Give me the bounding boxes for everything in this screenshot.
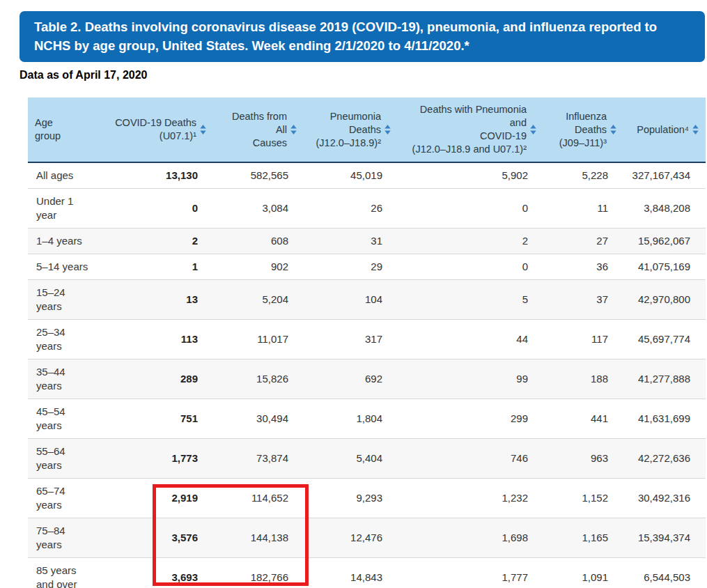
- column-header-label: Population⁴: [637, 123, 689, 137]
- cell-age-group: 45–54 years: [28, 399, 95, 439]
- cell-population: 3,848,208: [623, 189, 706, 229]
- cell-all-causes-deaths: 15,826: [213, 359, 304, 399]
- cell-pneumonia-and-covid19-deaths: 746: [398, 439, 543, 479]
- cell-influenza-deaths: 117: [543, 320, 623, 359]
- cell-covid19-deaths: 289: [95, 359, 213, 399]
- table-title-banner: Table 2. Deaths involving coronavirus di…: [20, 11, 705, 62]
- cell-all-causes-deaths: 902: [213, 254, 304, 280]
- cell-population: 15,962,067: [623, 229, 706, 254]
- cell-all-causes-deaths: 11,017: [213, 320, 304, 359]
- cell-population: 6,544,503: [623, 558, 706, 588]
- cell-pneumonia-deaths: 317: [304, 320, 398, 359]
- cell-influenza-deaths: 37: [543, 280, 623, 320]
- cell-population: 30,492,316: [623, 479, 706, 518]
- cell-age-group: Under 1 year: [28, 189, 95, 229]
- cell-covid19-deaths: 113: [95, 320, 213, 359]
- cell-pneumonia-deaths: 12,476: [304, 518, 398, 558]
- column-header-all-causes-deaths[interactable]: Deaths from AllCauses: [213, 98, 304, 162]
- column-header-label: PneumoniaDeaths(J12.0–J18.9)²: [316, 110, 382, 150]
- table-row: 75–84 years3,576144,13812,4761,6981,1651…: [28, 518, 706, 558]
- cell-population: 327,167,434: [623, 162, 706, 189]
- column-header-label: Deaths with Pneumonia andCOVID-19(J12.0–…: [405, 103, 527, 156]
- cell-influenza-deaths: 11: [543, 189, 623, 229]
- cell-influenza-deaths: 441: [543, 399, 623, 439]
- cell-all-causes-deaths: 30,494: [213, 399, 304, 439]
- data-as-of-label: Data as of April 17, 2020: [20, 69, 148, 82]
- cell-age-group: 15–24 years: [28, 280, 95, 320]
- cell-all-causes-deaths: 144,138: [213, 518, 304, 558]
- cell-pneumonia-deaths: 26: [304, 189, 398, 229]
- cell-all-causes-deaths: 5,204: [213, 280, 304, 320]
- sort-icon: [692, 125, 699, 134]
- cell-pneumonia-deaths: 104: [304, 280, 398, 320]
- column-header-covid19-deaths[interactable]: COVID-19 Deaths(U07.1)¹: [95, 98, 213, 162]
- cell-pneumonia-and-covid19-deaths: 0: [398, 189, 543, 229]
- cell-influenza-deaths: 36: [543, 254, 623, 280]
- page: Table 2. Deaths involving coronavirus di…: [0, 0, 707, 588]
- cell-population: 42,272,636: [623, 439, 706, 479]
- cell-pneumonia-deaths: 31: [304, 229, 398, 254]
- cell-covid19-deaths: 2,919: [95, 479, 213, 518]
- cell-pneumonia-deaths: 29: [304, 254, 398, 280]
- column-header-pneumonia-and-covid19-deaths[interactable]: Deaths with Pneumonia andCOVID-19(J12.0–…: [398, 98, 543, 162]
- cell-pneumonia-and-covid19-deaths: 44: [398, 320, 543, 359]
- cell-pneumonia-and-covid19-deaths: 5,902: [398, 162, 543, 189]
- table-row: All ages13,130582,56545,0195,9025,228327…: [28, 162, 706, 189]
- cell-population: 41,631,699: [623, 399, 706, 439]
- cell-pneumonia-and-covid19-deaths: 2: [398, 229, 543, 254]
- cell-population: 15,394,374: [623, 518, 706, 558]
- column-header-population[interactable]: Population⁴: [623, 98, 706, 162]
- cell-population: 41,075,169: [623, 254, 706, 280]
- cell-age-group: 75–84 years: [28, 518, 95, 558]
- cell-covid19-deaths: 13,130: [95, 162, 213, 189]
- sort-icon: [384, 125, 391, 134]
- cell-covid19-deaths: 1: [95, 254, 213, 280]
- table-row: 1–4 years26083122715,962,067: [28, 229, 706, 254]
- sort-icon: [530, 125, 536, 134]
- cell-pneumonia-deaths: 692: [304, 359, 398, 399]
- cell-influenza-deaths: 1,152: [543, 479, 623, 518]
- table-row: 35–44 years28915,8266929918841,277,888: [28, 359, 706, 399]
- cell-pneumonia-deaths: 14,843: [304, 558, 398, 588]
- cell-age-group: 55–64 years: [28, 439, 95, 479]
- cell-covid19-deaths: 1,773: [95, 439, 213, 479]
- cell-covid19-deaths: 2: [95, 229, 213, 254]
- table-row: Under 1 year03,084260113,848,208: [28, 189, 706, 229]
- cell-influenza-deaths: 27: [543, 229, 623, 254]
- table-row: 55–64 years1,77373,8745,40474696342,272,…: [28, 439, 706, 479]
- table-wrap: AgegroupCOVID-19 Deaths(U07.1)¹Deaths fr…: [28, 98, 706, 588]
- cell-covid19-deaths: 3,576: [95, 518, 213, 558]
- column-header-influenza-deaths[interactable]: InfluenzaDeaths(J09–J11)³: [543, 98, 623, 162]
- cell-age-group: 65–74 years: [28, 479, 95, 518]
- table-row: 45–54 years75130,4941,80429944141,631,69…: [28, 399, 706, 439]
- cell-population: 42,970,800: [623, 280, 706, 320]
- cell-influenza-deaths: 5,228: [543, 162, 623, 189]
- cell-all-causes-deaths: 3,084: [213, 189, 304, 229]
- column-header-label: Agegroup: [35, 116, 61, 143]
- cell-all-causes-deaths: 182,766: [213, 558, 304, 588]
- column-header-age-group: Agegroup: [28, 98, 95, 162]
- sort-icon: [200, 125, 206, 134]
- table-header: AgegroupCOVID-19 Deaths(U07.1)¹Deaths fr…: [28, 98, 706, 162]
- cell-all-causes-deaths: 608: [213, 229, 304, 254]
- table-row: 65–74 years2,919114,6529,2931,2321,15230…: [28, 479, 706, 518]
- sort-icon: [290, 125, 297, 134]
- cell-influenza-deaths: 188: [543, 359, 623, 399]
- table-row: 25–34 years11311,0173174411745,697,774: [28, 320, 706, 359]
- cell-age-group: 85 years and over: [28, 558, 95, 588]
- cell-pneumonia-deaths: 45,019: [304, 162, 398, 189]
- table-row: 15–24 years135,20410453742,970,800: [28, 280, 706, 320]
- cell-covid19-deaths: 13: [95, 280, 213, 320]
- cell-pneumonia-and-covid19-deaths: 0: [398, 254, 543, 280]
- cell-age-group: 1–4 years: [28, 229, 95, 254]
- column-header-label: Deaths from AllCauses: [220, 110, 287, 150]
- cell-influenza-deaths: 963: [543, 439, 623, 479]
- cell-age-group: 5–14 years: [28, 254, 95, 280]
- cell-pneumonia-deaths: 1,804: [304, 399, 398, 439]
- cell-pneumonia-and-covid19-deaths: 1,232: [398, 479, 543, 518]
- sort-icon: [610, 125, 616, 134]
- table-title: Table 2. Deaths involving coronavirus di…: [34, 20, 657, 53]
- cell-all-causes-deaths: 114,652: [213, 479, 304, 518]
- column-header-pneumonia-deaths[interactable]: PneumoniaDeaths(J12.0–J18.9)²: [304, 98, 398, 162]
- cell-covid19-deaths: 3,693: [95, 558, 213, 588]
